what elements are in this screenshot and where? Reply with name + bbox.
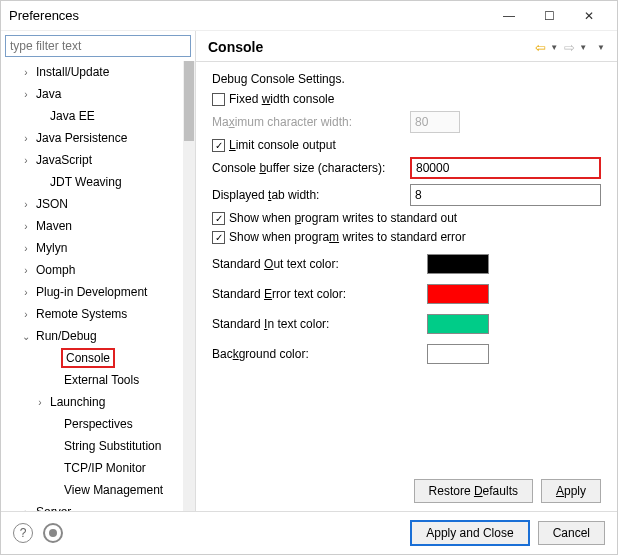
- tree-item[interactable]: ›Oomph: [1, 259, 195, 281]
- settings-description: Debug Console Settings.: [212, 72, 601, 86]
- right-panel: Console ⇦▼ ⇨▼ ▼ Debug Console Settings. …: [196, 31, 617, 511]
- tree-item-label: Console: [61, 348, 115, 368]
- tree-item-label: Server: [33, 504, 74, 511]
- page-title: Console: [208, 39, 535, 55]
- color-label: Standard Error text color:: [212, 287, 427, 301]
- expand-icon[interactable]: ›: [19, 221, 33, 232]
- color-swatch[interactable]: [427, 314, 489, 334]
- tree-item-label: String Substitution: [61, 438, 164, 454]
- tree-item-label: Mylyn: [33, 240, 70, 256]
- tree-scroll-thumb[interactable]: [184, 61, 194, 141]
- maximize-button[interactable]: ☐: [529, 2, 569, 30]
- expand-icon[interactable]: ›: [19, 287, 33, 298]
- tree-item-label: Oomph: [33, 262, 78, 278]
- tree-item[interactable]: String Substitution: [1, 435, 195, 457]
- expand-icon[interactable]: ›: [19, 67, 33, 78]
- filter-input[interactable]: [5, 35, 191, 57]
- tree-item-label: Java Persistence: [33, 130, 130, 146]
- color-swatch[interactable]: [427, 254, 489, 274]
- bottombar: ? Apply and Close Cancel: [1, 511, 617, 554]
- color-label: Standard In text color:: [212, 317, 427, 331]
- tree-item-label: JavaScript: [33, 152, 95, 168]
- cancel-button[interactable]: Cancel: [538, 521, 605, 545]
- tree-item[interactable]: ›Plug-in Development: [1, 281, 195, 303]
- tree-item-label: JSON: [33, 196, 71, 212]
- expand-icon[interactable]: ›: [19, 155, 33, 166]
- left-panel: ›Install/Update›JavaJava EE›Java Persist…: [1, 31, 196, 511]
- tree-item-label: Perspectives: [61, 416, 136, 432]
- apply-and-close-button[interactable]: Apply and Close: [410, 520, 529, 546]
- titlebar: Preferences — ☐ ✕: [1, 1, 617, 31]
- color-label: Background color:: [212, 347, 427, 361]
- tree-item-label: Remote Systems: [33, 306, 130, 322]
- tree-item[interactable]: Java EE: [1, 105, 195, 127]
- tree-item-label: Maven: [33, 218, 75, 234]
- tree-item[interactable]: ›Server: [1, 501, 195, 511]
- tree-item-label: Java: [33, 86, 64, 102]
- fixed-width-checkbox[interactable]: Fixed width console: [212, 92, 334, 106]
- tree-item[interactable]: ›Maven: [1, 215, 195, 237]
- tree-item[interactable]: ›JSON: [1, 193, 195, 215]
- forward-dropdown[interactable]: ▼: [579, 43, 587, 52]
- tree-item[interactable]: ›JavaScript: [1, 149, 195, 171]
- color-swatch[interactable]: [427, 284, 489, 304]
- tree-scrollbar[interactable]: [183, 61, 195, 511]
- tab-width-input[interactable]: [410, 184, 601, 206]
- restore-defaults-button[interactable]: Restore Defaults: [414, 479, 533, 503]
- tree-item-label: JDT Weaving: [47, 174, 125, 190]
- show-stderr-checkbox[interactable]: ✓ Show when program writes to standard e…: [212, 230, 466, 244]
- expand-icon[interactable]: ›: [19, 89, 33, 100]
- tree-item[interactable]: ›Mylyn: [1, 237, 195, 259]
- preferences-tree[interactable]: ›Install/Update›JavaJava EE›Java Persist…: [1, 61, 195, 511]
- back-icon[interactable]: ⇦: [535, 40, 546, 55]
- expand-icon[interactable]: ›: [19, 309, 33, 320]
- expand-icon[interactable]: ›: [19, 133, 33, 144]
- tree-item-label: External Tools: [61, 372, 142, 388]
- max-char-width-label: Maximum character width:: [212, 115, 402, 129]
- import-export-icon[interactable]: [43, 523, 63, 543]
- tree-item[interactable]: ›Java: [1, 83, 195, 105]
- apply-button[interactable]: Apply: [541, 479, 601, 503]
- tree-item[interactable]: JDT Weaving: [1, 171, 195, 193]
- show-stdout-checkbox[interactable]: ✓ Show when program writes to standard o…: [212, 211, 457, 225]
- limit-output-checkbox[interactable]: ✓ Limit console output: [212, 138, 336, 152]
- expand-icon[interactable]: ›: [33, 397, 47, 408]
- tree-item-label: View Management: [61, 482, 166, 498]
- tree-item[interactable]: ›Install/Update: [1, 61, 195, 83]
- tree-item[interactable]: Console: [1, 347, 195, 369]
- tree-item[interactable]: ›Remote Systems: [1, 303, 195, 325]
- tab-width-label: Displayed tab width:: [212, 188, 402, 202]
- tree-item-label: Plug-in Development: [33, 284, 150, 300]
- view-menu-icon[interactable]: ▼: [597, 43, 605, 52]
- minimize-button[interactable]: —: [489, 2, 529, 30]
- close-button[interactable]: ✕: [569, 2, 609, 30]
- forward-icon: ⇨: [564, 40, 575, 55]
- tree-item[interactable]: Perspectives: [1, 413, 195, 435]
- tree-item[interactable]: ›Java Persistence: [1, 127, 195, 149]
- tree-item-label: TCP/IP Monitor: [61, 460, 149, 476]
- tree-item[interactable]: ›Launching: [1, 391, 195, 413]
- tree-item[interactable]: View Management: [1, 479, 195, 501]
- expand-icon[interactable]: ›: [19, 199, 33, 210]
- color-label: Standard Out text color:: [212, 257, 427, 271]
- tree-item[interactable]: External Tools: [1, 369, 195, 391]
- max-char-width-input: [410, 111, 460, 133]
- help-icon[interactable]: ?: [13, 523, 33, 543]
- tree-item-label: Launching: [47, 394, 108, 410]
- tree-item-label: Run/Debug: [33, 328, 100, 344]
- tree-item-label: Java EE: [47, 108, 98, 124]
- nav-arrows: ⇦▼ ⇨▼ ▼: [535, 40, 605, 55]
- tree-item[interactable]: TCP/IP Monitor: [1, 457, 195, 479]
- expand-icon[interactable]: ›: [19, 265, 33, 276]
- buffer-size-input[interactable]: [410, 157, 601, 179]
- expand-icon[interactable]: ›: [19, 243, 33, 254]
- tree-item[interactable]: ⌄Run/Debug: [1, 325, 195, 347]
- window-title: Preferences: [9, 8, 489, 23]
- expand-icon[interactable]: ›: [19, 507, 33, 512]
- buffer-size-label: Console buffer size (characters):: [212, 161, 402, 175]
- expand-icon[interactable]: ⌄: [19, 331, 33, 342]
- color-swatch[interactable]: [427, 344, 489, 364]
- tree-item-label: Install/Update: [33, 64, 112, 80]
- back-dropdown[interactable]: ▼: [550, 43, 558, 52]
